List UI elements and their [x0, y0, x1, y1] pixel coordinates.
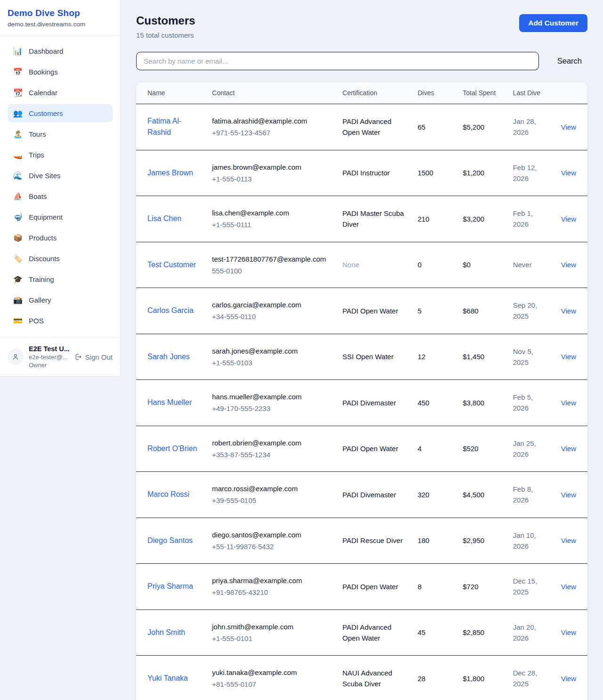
customer-total-spent: $4,500 [457, 472, 507, 518]
view-customer-link[interactable]: View [561, 445, 576, 453]
search-button[interactable]: Search [552, 57, 587, 66]
customer-name-link[interactable]: Marco Rossi [147, 489, 189, 500]
table-row: Diego Santos diego.santos@example.com +5… [136, 518, 587, 564]
search-input[interactable] [136, 52, 539, 70]
table-row: James Brown james.brown@example.com +1-5… [136, 150, 587, 196]
customer-certification: PADI Advanced Open Water [342, 117, 391, 136]
sidebar-nav-item[interactable]: 📸 Gallery [8, 291, 113, 309]
user-avatar [8, 349, 24, 365]
view-customer-link[interactable]: View [561, 123, 576, 131]
nav-item-icon: 🏝️ [13, 130, 23, 139]
customer-certification: PADI Rescue Diver [342, 536, 403, 544]
nav-item-label: Bookings [29, 68, 58, 76]
customer-email: test-1772681807767@example.com [212, 254, 331, 264]
table-row: Hans Mueller hans.mueller@example.com +4… [136, 380, 587, 426]
customer-last-dive: Jan 20, 2026 [507, 609, 550, 656]
customer-last-dive: Feb 8, 2026 [507, 472, 550, 518]
sidebar-nav-item[interactable]: 📊 Dashboard [8, 42, 113, 60]
customer-name-link[interactable]: Fatima Al-Rashid [147, 115, 201, 138]
sidebar: Demo Dive Shop demo.test.divestreams.com… [0, 0, 121, 377]
customer-name-link[interactable]: John Smith [147, 627, 185, 638]
nav-item-icon: 🚤 [13, 150, 23, 159]
view-customer-link[interactable]: View [561, 215, 576, 223]
search-bar: Search [136, 52, 587, 70]
person-icon [11, 353, 20, 361]
sign-out-icon [74, 353, 82, 361]
customer-total-spent: $0 [457, 242, 507, 288]
sidebar-nav-item[interactable]: ⛵ Boats [8, 187, 113, 205]
customer-email: james.brown@example.com [212, 162, 331, 173]
sidebar-nav-item[interactable]: 📆 Calendar [8, 83, 113, 101]
customer-name-link[interactable]: James Brown [147, 167, 193, 179]
view-customer-link[interactable]: View [561, 675, 576, 683]
view-customer-link[interactable]: View [561, 307, 576, 315]
sidebar-nav-item[interactable]: 🤿 Equipment [8, 208, 113, 226]
sidebar-nav-item[interactable]: 🌊 Dive Sites [8, 166, 113, 184]
table-row: Test Customer test-1772681807767@example… [136, 242, 587, 288]
customer-name-link[interactable]: Robert O'Brien [147, 443, 197, 454]
view-customer-link[interactable]: View [561, 491, 576, 499]
customer-email: diego.santos@example.com [212, 529, 331, 540]
sidebar-nav-item[interactable]: 🏷️ Discounts [8, 249, 113, 267]
shop-subdomain: demo.test.divestreams.com [8, 21, 113, 28]
customer-name-link[interactable]: Test Customer [147, 259, 196, 271]
sign-out-button[interactable]: Sign Out [74, 353, 113, 361]
table-row: Carlos Garcia carlos.garcia@example.com … [136, 288, 587, 334]
nav-item-label: Discounts [29, 255, 60, 263]
nav-item-icon: 👥 [13, 109, 23, 118]
view-customer-link[interactable]: View [561, 628, 576, 636]
customer-phone: +1-555-0101 [212, 633, 331, 644]
user-name: E2E Test U... [29, 345, 69, 353]
customer-name-link[interactable]: Carlos Garcia [147, 305, 194, 316]
add-customer-button[interactable]: Add Customer [519, 14, 587, 32]
customer-last-dive: Jan 10, 2026 [507, 518, 550, 564]
column-header-contact: Contact [206, 82, 337, 104]
customer-name-link[interactable]: Lisa Chen [147, 213, 181, 224]
sign-out-label: Sign Out [85, 353, 113, 361]
customer-name-link[interactable]: Yuki Tanaka [147, 673, 188, 684]
customer-certification: PADI Open Water [342, 445, 398, 453]
customer-last-dive: Feb 5, 2026 [507, 380, 550, 426]
nav-item-icon: ⛵ [13, 192, 23, 201]
sidebar-nav-item[interactable]: 👥 Customers [8, 104, 113, 122]
customer-dives: 8 [412, 564, 457, 610]
sidebar-nav-item[interactable]: 🏝️ Tours [8, 125, 113, 143]
customer-count: 15 total customers [136, 31, 195, 39]
sidebar-nav-item[interactable]: 🎓 Training [8, 270, 113, 288]
customer-total-spent: $3,200 [457, 196, 507, 242]
sidebar-nav-item[interactable]: 🚤 Trips [8, 146, 113, 164]
customer-email: sarah.jones@example.com [212, 346, 331, 356]
customer-dives: 210 [412, 196, 457, 242]
nav-item-label: Equipment [29, 213, 63, 221]
view-customer-link[interactable]: View [561, 536, 576, 544]
customer-phone: +81-555-0107 [212, 679, 331, 690]
customer-email: priya.sharma@example.com [212, 575, 331, 586]
view-customer-link[interactable]: View [561, 399, 576, 407]
sidebar-nav-item[interactable]: 📅 Bookings [8, 63, 113, 81]
nav-item-icon: 📦 [13, 233, 23, 242]
view-customer-link[interactable]: View [561, 583, 576, 591]
view-customer-link[interactable]: View [561, 169, 576, 177]
customer-dives: 45 [412, 609, 457, 656]
customer-last-dive: Sep 20, 2025 [507, 288, 550, 334]
customer-name-link[interactable]: Diego Santos [147, 535, 193, 546]
customer-last-dive: Jan 28, 2026 [507, 104, 550, 150]
sidebar-nav-item[interactable]: 💳 POS [8, 312, 113, 329]
customer-name-link[interactable]: Priya Sharma [147, 581, 193, 592]
customer-name-link[interactable]: Hans Mueller [147, 397, 192, 408]
customer-name-link[interactable]: Sarah Jones [147, 351, 190, 362]
column-header-last-dive: Last Dive [507, 82, 550, 104]
sidebar-nav-item[interactable]: 📦 Products [8, 229, 113, 247]
customer-phone: +1-555-0113 [212, 173, 331, 184]
customer-email: marco.rossi@example.com [212, 483, 331, 494]
customer-dives: 320 [412, 472, 457, 518]
view-customer-link[interactable]: View [561, 353, 576, 361]
customer-certification: None [342, 261, 359, 269]
page-title-block: Customers 15 total customers [136, 14, 195, 39]
customer-certification: PADI Divemaster [342, 399, 396, 407]
table-row: Marco Rossi marco.rossi@example.com +39-… [136, 472, 587, 518]
customer-total-spent: $680 [457, 288, 507, 334]
customer-total-spent: $5,200 [457, 104, 507, 150]
view-customer-link[interactable]: View [561, 261, 576, 269]
nav-item-label: Products [29, 234, 57, 242]
